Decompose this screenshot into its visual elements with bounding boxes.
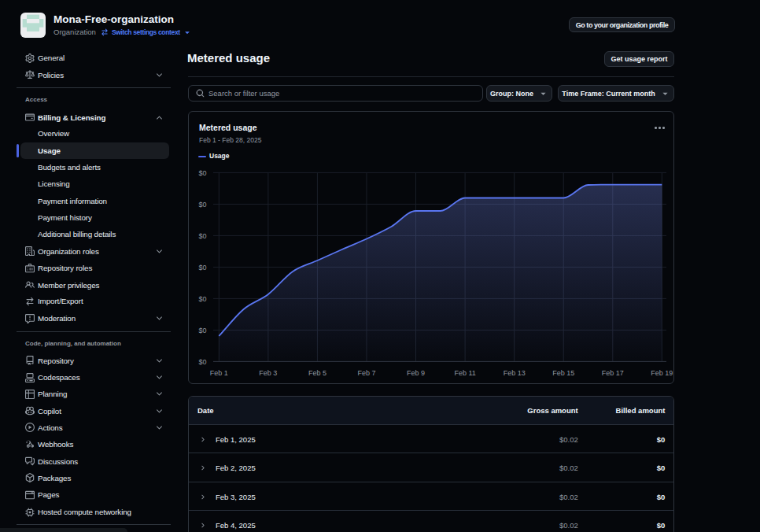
svg-text:$0: $0	[198, 169, 206, 177]
svg-text:$0: $0	[198, 201, 206, 209]
svg-text:Feb 5: Feb 5	[308, 369, 327, 377]
svg-text:Feb 17: Feb 17	[602, 369, 624, 377]
svg-text:$0: $0	[198, 232, 206, 240]
svg-text:Feb 3: Feb 3	[259, 369, 277, 377]
svg-text:Feb 7: Feb 7	[357, 369, 375, 377]
svg-text:Feb 15: Feb 15	[552, 369, 574, 377]
svg-text:$0: $0	[198, 327, 206, 334]
svg-text:Feb 13: Feb 13	[504, 369, 526, 377]
svg-text:$0: $0	[198, 358, 206, 366]
svg-text:Feb 1: Feb 1	[210, 369, 228, 377]
svg-text:Feb 11: Feb 11	[454, 369, 475, 377]
svg-text:$0: $0	[198, 264, 206, 272]
svg-text:$0: $0	[198, 295, 206, 303]
svg-text:Feb 9: Feb 9	[407, 369, 425, 377]
svg-text:Feb 19: Feb 19	[651, 369, 673, 377]
